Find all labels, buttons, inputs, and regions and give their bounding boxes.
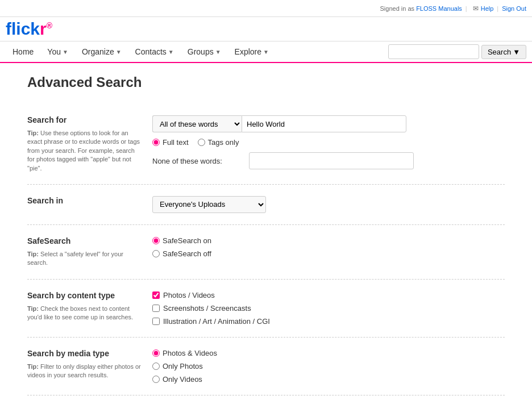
search-in-heading: Search in (27, 196, 141, 205)
main-content: Advanced Search Search for Tip: Use thes… (10, 63, 522, 404)
media-type-content: Photos & Videos Only Photos Only Videos (152, 349, 505, 384)
nav-explore[interactable]: Explore ▼ (228, 41, 276, 62)
nav-bar: Home You ▼ Organize ▼ Contacts ▼ Groups … (0, 41, 532, 63)
illustration-checkbox[interactable] (152, 318, 160, 325)
search-in-content: Everyone's Uploads Only My Uploads My Co… (152, 196, 505, 213)
content-type-content: Photos / Videos Screenshots / Screencast… (152, 291, 505, 326)
content-type-label-area: Search by content type Tip: Check the bo… (27, 291, 141, 326)
illustration-text: Illustration / Art / Animation / CGI (163, 317, 270, 326)
none-words-input[interactable] (249, 152, 414, 169)
explore-arrow: ▼ (263, 49, 269, 55)
logo-bar: flickr® (0, 17, 532, 41)
safesearch-off-text: SafeSearch off (163, 249, 211, 258)
content-type-section: Search by content type Tip: Check the bo… (27, 280, 505, 338)
safe-search-radio-group: SafeSearch on SafeSearch off (152, 236, 505, 258)
safe-search-tip: Tip: Select a "safety level" for your se… (27, 250, 141, 268)
content-type-checkbox-group: Photos / Videos Screenshots / Screencast… (152, 291, 505, 326)
word-type-select[interactable]: All of these words Any of these words Th… (152, 115, 242, 132)
only-photos-text: Only Photos (163, 362, 203, 370)
nav-search-button[interactable]: Search ▼ (481, 45, 526, 59)
safesearch-on-radio[interactable] (152, 237, 160, 244)
photos-videos-media-label[interactable]: Photos & Videos (152, 349, 505, 357)
search-for-section: Search for Tip: Use these options to loo… (27, 104, 505, 185)
sep2: | (497, 5, 498, 12)
username-link[interactable]: FLOSS Manuals (416, 5, 462, 12)
organize-arrow: ▼ (116, 49, 122, 55)
tags-radio[interactable] (198, 139, 205, 146)
nav-contacts[interactable]: Contacts ▼ (128, 41, 181, 62)
search-for-heading: Search for (27, 115, 141, 124)
signed-in-text: Signed in as (380, 5, 415, 12)
search-in-label-area: Search in (27, 196, 141, 213)
flickr-logo[interactable]: flickr® (6, 19, 52, 39)
media-type-heading: Search by media type (27, 349, 141, 358)
words-input[interactable] (242, 115, 406, 132)
nav-you[interactable]: You ▼ (40, 41, 75, 62)
only-videos-radio[interactable] (152, 376, 160, 383)
logo-flick: flick (6, 19, 40, 38)
screenshots-checkbox[interactable] (152, 305, 160, 312)
fulltext-label: Full text (163, 138, 189, 147)
none-words-label: None of these words: (152, 157, 243, 165)
media-type-section: Search by media type Tip: Filter to only… (27, 338, 505, 395)
safesearch-off-label[interactable]: SafeSearch off (152, 249, 505, 258)
none-of-words-row: None of these words: (152, 152, 505, 169)
media-type-tip: Tip: Filter to only display either photo… (27, 363, 141, 380)
only-photos-radio[interactable] (152, 363, 160, 370)
search-text-type-row: Full text Tags only (152, 138, 505, 147)
search-in-select[interactable]: Everyone's Uploads Only My Uploads My Co… (152, 196, 266, 213)
nav-groups[interactable]: Groups ▼ (181, 41, 228, 62)
only-photos-label[interactable]: Only Photos (152, 362, 505, 370)
you-arrow: ▼ (63, 49, 68, 55)
safe-search-section: SafeSearch Tip: Select a "safety level" … (27, 225, 505, 280)
photos-videos-text: Photos / Videos (163, 291, 215, 299)
nav-search-input[interactable] (388, 44, 479, 59)
search-for-content: All of these words Any of these words Th… (152, 115, 505, 173)
mail-icon: ✉ (473, 5, 479, 13)
logo-reg: ® (47, 21, 52, 30)
sep1: | (466, 5, 467, 12)
logo-r: r (40, 19, 47, 38)
safesearch-on-label[interactable]: SafeSearch on (152, 236, 505, 245)
nav-search-label: Search (488, 48, 511, 56)
screenshots-label[interactable]: Screenshots / Screencasts (152, 304, 505, 313)
contacts-arrow: ▼ (168, 49, 174, 55)
fulltext-radio[interactable] (152, 139, 160, 146)
top-bar: Signed in as FLOSS Manuals | ✉ Help | Si… (0, 0, 532, 17)
safe-search-label-area: SafeSearch Tip: Select a "safety level" … (27, 236, 141, 268)
tags-radio-label[interactable]: Tags only (198, 138, 239, 147)
nav-search-area: Search ▼ (388, 44, 526, 59)
nav-home[interactable]: Home (6, 41, 40, 62)
photos-videos-media-radio[interactable] (152, 349, 160, 357)
signout-link[interactable]: Sign Out (502, 5, 526, 12)
tags-label: Tags only (208, 138, 239, 147)
search-in-section: Search in Everyone's Uploads Only My Upl… (27, 185, 505, 225)
safe-search-heading: SafeSearch (27, 236, 141, 245)
screenshots-text: Screenshots / Screencasts (163, 304, 251, 313)
illustration-label[interactable]: Illustration / Art / Animation / CGI (152, 317, 505, 326)
photos-videos-checkbox[interactable] (152, 291, 160, 299)
safesearch-off-radio[interactable] (152, 250, 160, 257)
content-type-tip: Tip: Check the boxes next to content you… (27, 305, 141, 322)
photos-videos-label[interactable]: Photos / Videos (152, 291, 505, 299)
nav-organize[interactable]: Organize ▼ (75, 41, 128, 62)
nav-search-arrow: ▼ (513, 48, 520, 56)
fulltext-radio-label[interactable]: Full text (152, 138, 189, 147)
safe-search-content: SafeSearch on SafeSearch off (152, 236, 505, 268)
search-for-row: All of these words Any of these words Th… (152, 115, 505, 132)
search-for-label-area: Search for Tip: Use these options to loo… (27, 115, 141, 173)
media-type-radio-group: Photos & Videos Only Photos Only Videos (152, 349, 505, 384)
search-for-tip: Tip: Use these options to look for an ex… (27, 129, 141, 173)
groups-arrow: ▼ (215, 49, 221, 55)
help-link[interactable]: Help (481, 5, 494, 12)
media-type-label-area: Search by media type Tip: Filter to only… (27, 349, 141, 384)
only-videos-text: Only Videos (163, 375, 202, 384)
only-videos-label[interactable]: Only Videos (152, 375, 505, 384)
content-type-heading: Search by content type (27, 291, 141, 300)
safesearch-on-text: SafeSearch on (163, 236, 211, 245)
photos-videos-media-text: Photos & Videos (163, 349, 217, 357)
page-title: Advanced Search (27, 74, 505, 90)
